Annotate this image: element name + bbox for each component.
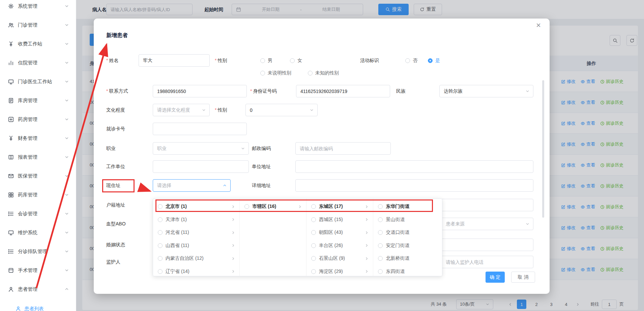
- radio-icon[interactable]: [311, 217, 316, 222]
- education-select[interactable]: 请选择文化程度: [153, 104, 210, 116]
- cancel-button[interactable]: 取 消: [511, 272, 535, 283]
- cascader-option[interactable]: 东城区 (17): [306, 200, 373, 213]
- radio-icon[interactable]: [378, 204, 383, 209]
- cascader-option[interactable]: 河北省 (11): [153, 226, 239, 239]
- cascader-option[interactable]: 景山街道: [373, 213, 442, 226]
- document-icon: [8, 98, 14, 103]
- radio-icon[interactable]: [158, 217, 163, 222]
- active-flag-radio-no[interactable]: 否: [405, 54, 417, 67]
- cross-icon: [8, 117, 14, 122]
- chevron-down-icon: [64, 155, 69, 159]
- cascader-option[interactable]: 辽宁省 (14): [153, 265, 239, 276]
- radio-icon[interactable]: [260, 71, 265, 75]
- radio-icon[interactable]: [378, 230, 383, 235]
- active-flag-radio-yes[interactable]: 是: [428, 54, 440, 67]
- sidebar-item-4[interactable]: 门诊医生工作站: [0, 72, 76, 91]
- id-number-input[interactable]: [296, 85, 390, 97]
- modal-scrollbar[interactable]: [542, 80, 544, 218]
- people-icon: [8, 22, 14, 28]
- occupation-select[interactable]: 职业: [153, 142, 249, 155]
- contact-input[interactable]: [153, 85, 247, 97]
- work-unit-input[interactable]: [153, 160, 249, 173]
- sidebar-item-3[interactable]: 住院管理: [0, 53, 76, 72]
- radio-icon[interactable]: [311, 204, 316, 209]
- radio-icon[interactable]: [311, 269, 316, 274]
- radio-icon[interactable]: [378, 269, 383, 274]
- sidebar-item-11[interactable]: 会诊管理: [0, 204, 76, 223]
- gender-radio-female[interactable]: 女: [290, 54, 302, 67]
- cascader-option[interactable]: 安定门街道: [373, 239, 442, 252]
- visit-card-input[interactable]: [153, 123, 247, 135]
- cascader-option[interactable]: 交道口街道: [373, 226, 442, 239]
- sidebar-item-1[interactable]: 门诊管理: [0, 15, 76, 34]
- sidebar-item-6[interactable]: 药房管理: [0, 110, 76, 129]
- radio-label: 男: [268, 58, 272, 64]
- radio-icon[interactable]: [308, 71, 313, 75]
- name-input[interactable]: [139, 54, 210, 67]
- sidebar-item-7[interactable]: 财务管理: [0, 129, 76, 148]
- close-icon[interactable]: ×: [536, 21, 541, 29]
- cascader-option[interactable]: 西城区 (15): [306, 213, 373, 226]
- gender-radio-male[interactable]: 男: [260, 54, 272, 67]
- current-address-cascader[interactable]: 请选择: [153, 179, 231, 192]
- cascader-option[interactable]: 北新桥街道: [373, 252, 442, 265]
- sidebar-item-5[interactable]: 库房管理: [0, 91, 76, 110]
- cascader-option[interactable]: 丰台区 (26): [306, 239, 373, 252]
- chevron-down-icon: [64, 249, 69, 254]
- current-address-label: 现住址: [106, 179, 120, 192]
- sidebar-item-10[interactable]: 药库管理: [0, 185, 76, 204]
- cascader-option[interactable]: 北京市 (1): [153, 200, 239, 213]
- sidebar-item-8[interactable]: 报表管理: [0, 148, 76, 166]
- radio-icon[interactable]: [244, 204, 249, 209]
- detail-address-input[interactable]: [295, 179, 533, 192]
- radio-icon[interactable]: [378, 256, 383, 261]
- confirm-button[interactable]: 确 定: [486, 272, 505, 283]
- cascader-option[interactable]: 市辖区 (16): [240, 200, 306, 213]
- radio-icon[interactable]: [311, 230, 316, 235]
- radio-icon[interactable]: [378, 243, 383, 248]
- radio-icon[interactable]: [405, 58, 410, 63]
- gender-radio-unstated[interactable]: 未说明性别: [260, 67, 291, 79]
- cascader-option[interactable]: 东四街道: [373, 265, 442, 276]
- postal-code-label: 邮政编码: [252, 142, 271, 155]
- radio-icon[interactable]: [158, 230, 163, 235]
- postal-code-input[interactable]: [295, 142, 391, 155]
- radio-checked-icon[interactable]: [428, 58, 433, 63]
- radio-icon[interactable]: [311, 243, 316, 248]
- cascader-option[interactable]: 内蒙古自治区 (12): [153, 252, 239, 265]
- sidebar-item-2[interactable]: 收费工作站: [0, 34, 76, 53]
- occupation-label: 职业: [106, 142, 116, 155]
- sidebar-item-9[interactable]: 医保管理: [0, 166, 76, 185]
- cascader-option[interactable]: 石景山区 (9): [306, 252, 373, 265]
- ethnicity-select[interactable]: 达斡尔族: [439, 85, 533, 97]
- chevron-down-icon: [64, 268, 69, 273]
- radio-icon[interactable]: [260, 58, 265, 63]
- gender-code-select[interactable]: 0: [245, 104, 318, 116]
- unit-address-input[interactable]: [295, 160, 533, 173]
- sidebar-item-15[interactable]: 患者管理: [0, 280, 76, 299]
- sidebar-item-label: 手术管理: [18, 267, 64, 274]
- radio-icon[interactable]: [158, 243, 163, 248]
- radio-icon[interactable]: [158, 204, 163, 209]
- cascader-option[interactable]: 东华门街道: [373, 200, 442, 213]
- cascader-option[interactable]: 天津市 (1): [153, 213, 239, 226]
- cascader-option[interactable]: 海淀区 (29): [306, 265, 373, 276]
- education-label: 文化程度: [106, 104, 125, 116]
- sidebar-item-patient-list[interactable]: 患者列表: [0, 302, 76, 311]
- sidebar-item-13[interactable]: 分诊排队管理: [0, 242, 76, 261]
- radio-icon[interactable]: [378, 217, 383, 222]
- guardian-label: 监护人: [106, 256, 120, 268]
- radio-icon[interactable]: [158, 256, 163, 261]
- cascader-option[interactable]: 山西省 (11): [153, 239, 239, 252]
- person-icon: [16, 306, 21, 311]
- gender-radio-unknown[interactable]: 未知的性别: [308, 67, 339, 79]
- sidebar-item-label: 门诊管理: [18, 22, 64, 28]
- sidebar-item-0[interactable]: 系统管理: [0, 0, 76, 15]
- radio-icon[interactable]: [290, 58, 295, 63]
- sidebar-item-12[interactable]: 维护系统: [0, 223, 76, 242]
- radio-label: 是: [435, 58, 440, 64]
- cascader-option[interactable]: 朝阳区 (43): [306, 226, 373, 239]
- sidebar-item-14[interactable]: 手术管理: [0, 261, 76, 280]
- radio-icon[interactable]: [158, 269, 163, 274]
- radio-icon[interactable]: [311, 256, 316, 261]
